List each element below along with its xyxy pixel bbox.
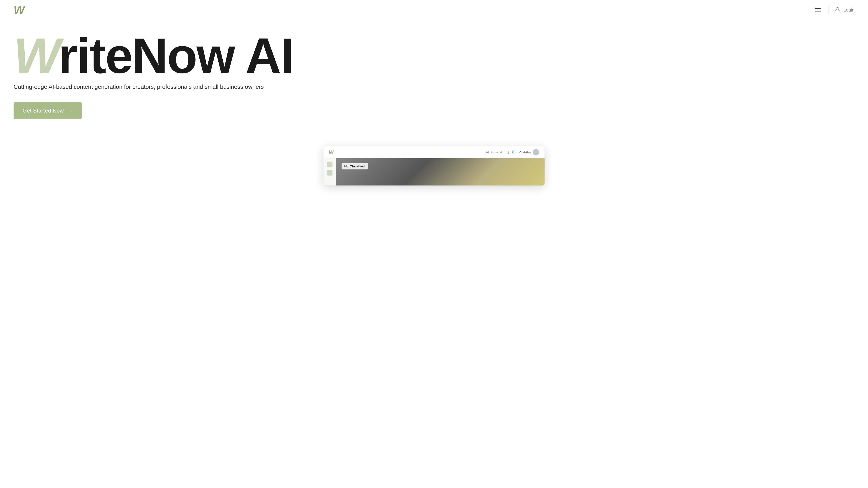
login-button[interactable]: Login [834, 6, 855, 13]
sidebar-icon-1 [327, 162, 333, 167]
logo-letter: W [13, 4, 25, 16]
search-icon[interactable] [505, 150, 509, 154]
user-name: Christian [520, 151, 531, 154]
app-content-area: Hi, Christian! [323, 158, 545, 186]
menu-button[interactable] [813, 6, 823, 14]
svg-point-2 [514, 151, 515, 152]
sidebar-icon-2 [327, 170, 333, 175]
nav-divider [828, 5, 829, 14]
cta-label: Get Started Now [23, 107, 64, 114]
hero-title-row: W riteNow AI [13, 33, 855, 78]
app-topbar: W Admin portal Ch [323, 147, 545, 158]
hamburger-line-1 [815, 8, 821, 8]
bell-icon[interactable] [512, 150, 516, 154]
app-topbar-user: Christian [520, 149, 539, 156]
app-main-content: Hi, Christian! [336, 158, 545, 186]
app-sidebar [323, 158, 336, 186]
app-window: W Admin portal Ch [323, 146, 545, 186]
hero-section: W riteNow AI Cutting-edge AI-based conte… [0, 20, 868, 128]
app-topbar-icons [505, 150, 516, 154]
user-avatar [533, 149, 539, 156]
user-icon [834, 6, 841, 13]
app-topbar-right: Admin portal Christian [485, 149, 539, 156]
hamburger-line-2 [815, 10, 821, 10]
login-label: Login [843, 7, 855, 13]
cta-arrow-icon: → [67, 107, 73, 114]
hero-title-text: riteNow AI [58, 33, 293, 78]
hero-subtitle: Cutting-edge AI-based content generation… [13, 83, 855, 91]
app-preview-section: W Admin portal Ch [310, 146, 558, 186]
logo[interactable]: W [13, 4, 25, 16]
get-started-button[interactable]: Get Started Now → [13, 102, 82, 119]
app-greeting: Hi, Christian! [342, 163, 368, 169]
hero-w-letter: W [13, 33, 61, 78]
hamburger-line-3 [815, 11, 821, 12]
admin-label: Admin portal [485, 151, 502, 154]
nav-right: Login [813, 5, 855, 14]
navbar: W Login [0, 0, 868, 20]
app-logo: W [329, 149, 334, 155]
